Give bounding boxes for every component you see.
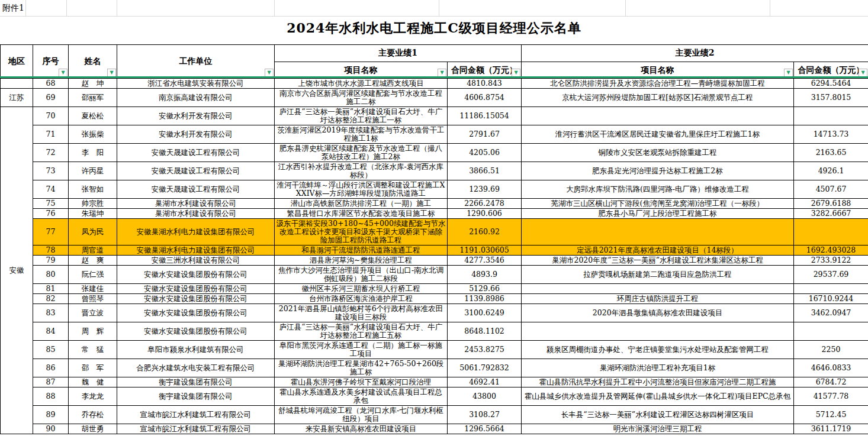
amount1-cell[interactable]: 3100.6249 <box>448 304 522 322</box>
serial-cell[interactable]: 74 <box>33 180 69 199</box>
amount2-cell[interactable] <box>794 219 868 246</box>
project1-cell[interactable]: 肥东县淠史杭灌区续建配套及节水改造工程（撮八泵站技改工程）施工2标 <box>275 144 448 162</box>
name-cell[interactable]: 阮仁强 <box>69 266 117 284</box>
serial-cell[interactable]: 83 <box>33 304 69 322</box>
name-cell[interactable]: 胡世勇 <box>69 424 117 434</box>
name-cell[interactable]: 李龙龙 <box>69 387 117 406</box>
amount2-cell[interactable]: 4926.1 <box>794 162 868 180</box>
serial-cell[interactable]: 72 <box>33 144 69 162</box>
name-cell[interactable]: 帅宗胜 <box>69 199 117 209</box>
serial-cell[interactable]: 88 <box>33 387 69 406</box>
amount1-cell[interactable]: 5061.792832 <box>448 359 522 377</box>
amount1-cell[interactable]: 4277.3546 <box>448 256 522 266</box>
amount2-cell[interactable] <box>794 322 868 341</box>
serial-cell[interactable]: 70 <box>33 107 69 125</box>
amount1-cell[interactable]: 43800 <box>448 387 522 406</box>
project2-cell[interactable]: 巢湖市2020年度“三达标一美丽”水利建设工程沐集灌区达标工程 <box>522 256 794 266</box>
amount2-cell[interactable]: 3282.6667 <box>794 209 868 219</box>
employer-cell[interactable]: 南京振高建设有限公司 <box>117 89 275 107</box>
amount2-cell[interactable] <box>794 284 868 294</box>
amount2-cell[interactable]: 1692.493028 <box>794 246 868 256</box>
amount1-cell[interactable]: 1290.606 <box>448 209 522 219</box>
employer-cell[interactable]: 衡宇建设集团有限公司 <box>117 377 275 387</box>
project2-cell[interactable]: 拉萨贡嘎机场新建第二跑道项目应急防洪工程 <box>522 266 794 284</box>
amount1-cell[interactable]: 1239.69 <box>448 180 522 199</box>
employer-cell[interactable]: 安徽水安建设集团股份有限公司 <box>117 284 275 294</box>
project1-cell[interactable]: 淮河干流蚌埠～浮山段行洪区调整和建设工程施工XXXIV标—方邱湖蚌埠段堤顶防汛道… <box>275 180 448 199</box>
employer-cell[interactable]: 安徽水安建设集团股份有限公司 <box>117 322 275 341</box>
serial-cell[interactable]: 85 <box>33 341 69 359</box>
amount1-cell[interactable]: 4606.8754 <box>448 89 522 107</box>
amount1-cell[interactable]: 2266.2478 <box>448 199 522 209</box>
project2-cell[interactable] <box>522 322 794 341</box>
project2-cell[interactable]: 定远县2021年度高标准农田建设项目（14标段） <box>522 246 794 256</box>
name-cell[interactable]: 赵 坤 <box>69 79 117 89</box>
name-cell[interactable]: 赵 爽 <box>69 256 117 266</box>
amount2-cell[interactable]: 2679.6188 <box>794 199 868 209</box>
project1-cell[interactable]: 上饶市城市供水水源工程城西支线项目 <box>275 79 448 89</box>
employer-cell[interactable]: 巢湖市水利建设有限公司 <box>117 199 275 209</box>
project1-cell[interactable]: 潜山市高铁新区防洪排涝工程（一期）施工 <box>275 199 448 209</box>
name-cell[interactable]: 张振柴 <box>69 125 117 144</box>
amount2-cell[interactable]: 3462.0947 <box>794 304 868 322</box>
serial-cell[interactable]: 71 <box>33 125 69 144</box>
serial-cell[interactable]: 84 <box>33 322 69 341</box>
project1-cell[interactable]: 舒城县杭埠河疏浚工程（龙河口水库-七门堰水利枢纽段）项目 <box>275 406 448 424</box>
employer-cell[interactable]: 合肥兴水建筑水电安装工程有限公司 <box>117 359 275 377</box>
employer-cell[interactable]: 安徽巢湖水利电力建设集团有限公司 <box>117 246 275 256</box>
project1-cell[interactable]: 泗县唐河草沟~樊集段治理工程 <box>275 256 448 266</box>
serial-cell[interactable]: 76 <box>33 209 69 219</box>
employer-cell[interactable]: 安徽天晟建设工程有限公司 <box>117 162 275 180</box>
name-cell[interactable]: 晋立波 <box>69 304 117 322</box>
serial-cell[interactable]: 89 <box>33 406 69 424</box>
project2-cell[interactable]: 淮河行蓄洪区干流滩区居民迁建安徽省九里保庄圩工程施工1标 <box>522 125 794 144</box>
region-cell[interactable]: 安徽 <box>1 107 33 434</box>
amount1-cell[interactable]: 1296.5664 <box>448 424 522 434</box>
employer-cell[interactable]: 安徽水利开发有限公司 <box>117 107 275 125</box>
serial-cell[interactable]: 79 <box>33 256 69 266</box>
amount2-cell[interactable]: 2163.65 <box>794 144 868 162</box>
project1-cell[interactable]: 繁昌县钳口水库灌区节水配套改造项目施工标 <box>275 209 448 219</box>
project2-cell[interactable]: 环周庄古镇防洪提升工程 <box>522 294 794 304</box>
project2-cell[interactable]: 长丰县“三达标一美丽”水利建设工程灌区达标四树灌区项目 <box>522 406 794 424</box>
amount1-cell[interactable]: 2160.92 <box>448 219 522 246</box>
amount1-cell[interactable]: 4810.843 <box>448 79 522 89</box>
project2-cell[interactable] <box>522 219 794 246</box>
serial-cell[interactable]: 77 <box>33 219 69 246</box>
project1-cell[interactable]: 2021年泗县屏山镇彭鲍村等6个行政村高标准农田建设项目三标段 <box>275 304 448 322</box>
amount2-cell[interactable]: 4507.67 <box>794 180 868 199</box>
amount2-cell[interactable] <box>794 107 868 125</box>
employer-cell[interactable]: 阜阳市颍泉水利建筑有限公司 <box>117 341 275 359</box>
project1-cell[interactable]: 庐江县“三达标一美丽”水利建设项目石大圩、牛广圩达标整治工程施工五标 <box>275 322 448 341</box>
project2-cell[interactable]: 芜湖市三山区横山河下游段(焦湾闸至龙窝湖)治理工程（一标段） <box>522 199 794 209</box>
amount1-cell[interactable]: 3866.51 <box>448 162 522 180</box>
employer-cell[interactable]: 宣城市皖江水利建筑工程有限公司 <box>117 406 275 424</box>
amount2-cell[interactable]: 3157.8015 <box>794 89 868 107</box>
employer-cell[interactable]: 安徽水安建设集团股份有限公司 <box>117 266 275 284</box>
project2-cell[interactable]: 2020年泗县墩集镇高标准农田建设项目 <box>522 304 794 322</box>
project1-cell[interactable]: 茨淮新河灌区2019年度续建配套与节水改造骨干工程施工1标 <box>275 125 448 144</box>
project1-cell[interactable]: 焦作市大沙河生态治理提升项目（出山口-南水北调倒虹吸段）施工二标段 <box>275 266 448 284</box>
amount2-cell[interactable]: 2733.9122 <box>794 256 868 266</box>
amount1-cell[interactable]: 1191.030605 <box>448 246 522 256</box>
amount1-cell[interactable]: 1139.8986 <box>448 294 522 304</box>
project1-cell[interactable]: 汲东干渠裕安段30+180~45+000续建配套与节水改造工程设计变更项目和汲东… <box>275 219 448 246</box>
employer-cell[interactable]: 安徽水安建设集团股份有限公司 <box>117 304 275 322</box>
name-cell[interactable]: 李 阳 <box>69 144 117 162</box>
project2-cell[interactable] <box>522 107 794 125</box>
project2-cell[interactable]: 京杭大运河苏州段堤防加固工程[姑苏区]石湖景观节点工程 <box>522 89 794 107</box>
amount2-cell[interactable]: 29537.69 <box>794 266 868 284</box>
project2-cell[interactable]: 北仑区防洪排涝提升及水资源综合治理工程—青峙塘提标加固工程 <box>522 79 794 89</box>
project2-cell[interactable] <box>522 284 794 294</box>
amount1-cell[interactable]: 4893.9 <box>448 266 522 284</box>
amount2-cell[interactable]: 5712.45 <box>794 406 868 424</box>
name-cell[interactable]: 张智如 <box>69 180 117 199</box>
project1-cell[interactable]: 南京市六合区新禹河灌区续建配套与节水改造工程施工二标 <box>275 89 448 107</box>
serial-cell[interactable]: 75 <box>33 199 69 209</box>
name-cell[interactable]: 周 辉 <box>69 322 117 341</box>
employer-cell[interactable]: 安徽水利开发有限公司 <box>117 125 275 144</box>
amount2-cell[interactable]: 4646.0833 <box>794 359 868 377</box>
project1-cell[interactable]: 江水西引补水提升改造工程（北张水库-袁河西水库标段） <box>275 162 448 180</box>
project1-cell[interactable]: 巢湖环湖防洪治理工程巢湖市42+765-50+260段施工标 <box>275 359 448 377</box>
project1-cell[interactable]: 庐江县“三达标一美丽”水利建设项目石大圩、牛广圩达标整治工程施工一标 <box>275 107 448 125</box>
